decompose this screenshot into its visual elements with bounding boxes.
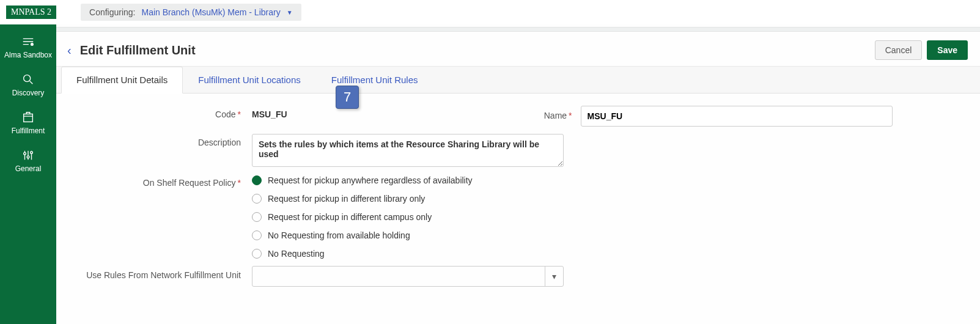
policy-option-4[interactable]: No Requesting [252,249,473,259]
svg-point-4 [27,156,29,158]
tab-fulfillment-unit-rules[interactable]: Fulfillment Unit Rules [316,67,433,93]
radio-icon [252,212,262,222]
tab-label: Fulfillment Unit Locations [198,75,301,85]
gray-strip [56,27,980,32]
configuring-dropdown[interactable]: Configuring: Main Branch (MsuMk) Mem - L… [81,4,301,21]
policy-option-label: No Requesting from available holding [268,230,410,240]
fulfillment-icon [21,111,35,124]
sidebar: Alma Sandbox Discovery Fulfillment Gener… [0,24,56,324]
discovery-icon [21,73,35,86]
sidebar-item-general[interactable]: General [0,142,56,180]
policy-option-0[interactable]: Request for pickup anywhere regardless o… [252,175,473,185]
policy-option-1[interactable]: Request for pickup in different library … [252,194,473,204]
general-icon [21,149,35,162]
tabs-row: Fulfillment Unit Details Fulfillment Uni… [56,66,980,94]
required-asterisk: * [569,111,572,120]
svg-point-5 [31,152,33,154]
sidebar-item-discovery[interactable]: Discovery [0,66,56,104]
description-label: Description [62,134,252,147]
tab-label: Fulfillment Unit Details [76,75,168,85]
svg-rect-2 [24,114,33,122]
sidebar-item-label: Alma Sandbox [4,51,52,59]
code-label-wrap: Code* [62,106,252,119]
caret-down-icon: ▾ [552,271,556,281]
configuring-label: Configuring: [89,7,136,17]
name-input[interactable] [581,106,893,127]
policy-option-label: No Requesting [268,249,325,259]
policy-radio-group: Request for pickup anywhere regardless o… [252,174,473,259]
topbar: MNPALS 2 Configuring: Main Branch (MsuMk… [0,0,980,24]
caret-down-icon: ▼ [287,9,293,16]
sidebar-item-alma-sandbox[interactable]: Alma Sandbox [0,28,56,66]
page-header: ‹ Edit Fulfillment Unit Cancel Save [56,32,980,66]
main-content: ‹ Edit Fulfillment Unit Cancel Save 7 Fu… [56,24,980,324]
configuring-value[interactable]: Main Branch (MsuMk) Mem - Library [142,7,281,17]
sidebar-item-label: Fulfillment [12,127,45,135]
svg-point-0 [31,43,34,46]
code-label: Code [215,109,235,119]
radio-icon [252,175,262,185]
description-textarea[interactable] [252,134,564,167]
save-button[interactable]: Save [927,40,968,60]
back-chevron-icon[interactable]: ‹ [67,43,72,57]
policy-option-label: Request for pickup in different campus o… [268,212,432,222]
policy-option-label: Request for pickup in different library … [268,194,425,204]
page-title: Edit Fulfillment Unit [80,43,875,57]
policy-option-label: Request for pickup anywhere regardless o… [268,175,473,185]
sandbox-icon [21,35,35,48]
radio-icon [252,230,262,240]
sidebar-item-fulfillment[interactable]: Fulfillment [0,104,56,142]
callout-badge: 7 [336,86,359,109]
required-asterisk: * [238,109,241,119]
svg-point-1 [24,75,31,82]
policy-option-2[interactable]: Request for pickup in different campus o… [252,212,473,222]
code-value: MSU_FU [252,106,287,119]
header-actions: Cancel Save [875,40,968,60]
logo-text: MNPALS 2 [11,7,51,17]
form-body: Code* MSU_FU Name* Description On Shelf … [56,94,980,306]
tab-label: Fulfillment Unit Rules [331,75,418,85]
logo: MNPALS 2 [6,6,56,19]
sidebar-item-label: Discovery [12,89,45,97]
policy-option-3[interactable]: No Requesting from available holding [252,230,473,240]
dropdown-toggle[interactable]: ▾ [545,267,563,286]
callout-number: 7 [344,89,351,105]
policy-label: On Shelf Request Policy [143,178,236,188]
policy-label-wrap: On Shelf Request Policy* [62,174,252,188]
radio-icon [252,249,262,259]
network-rules-value [252,267,545,286]
svg-point-3 [24,152,26,155]
tab-fulfillment-unit-details[interactable]: Fulfillment Unit Details [61,67,183,94]
required-asterisk: * [238,178,241,188]
cancel-button[interactable]: Cancel [875,40,923,60]
radio-icon [252,194,262,204]
name-label: Name [544,111,567,120]
sidebar-item-label: General [15,164,42,173]
tab-fulfillment-unit-locations[interactable]: Fulfillment Unit Locations [183,67,316,93]
name-label-wrap: Name* [507,106,581,120]
network-rules-label: Use Rules From Network Fulfillment Unit [62,266,252,281]
network-rules-select[interactable]: ▾ [252,266,564,287]
